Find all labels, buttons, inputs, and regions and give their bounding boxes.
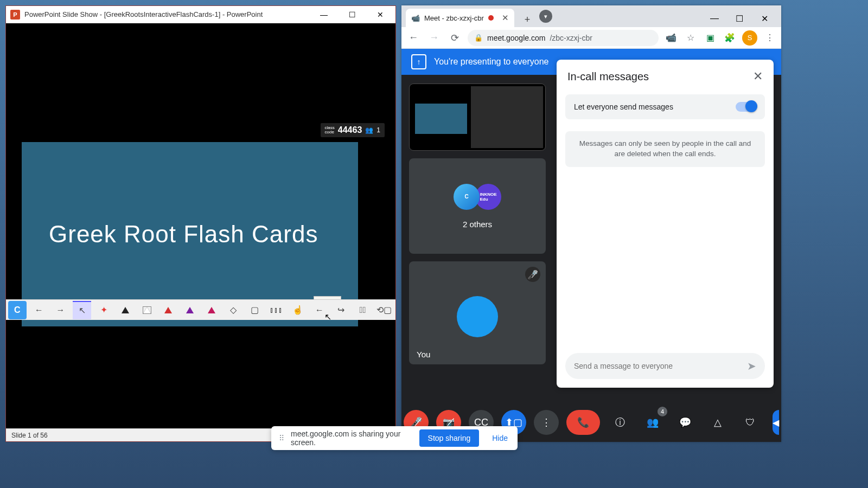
pen-black-tool[interactable] — [116, 301, 135, 319]
chat-input[interactable] — [574, 362, 742, 370]
hide-ink-tool[interactable]: 👁̸ — [354, 301, 372, 319]
drag-grip-icon[interactable]: ⠿ — [279, 434, 283, 442]
close-button[interactable]: ✕ — [369, 7, 391, 22]
self-tile[interactable]: 🎤̸ You — [409, 261, 546, 364]
others-tile[interactable]: C INKNOEEdu 2 others — [409, 158, 546, 254]
restart-tool[interactable]: ⟲▢ — [375, 301, 393, 319]
slide-counter: Slide 1 of 56 — [11, 432, 48, 439]
present-screen-icon: ↑ — [411, 54, 426, 69]
chat-button[interactable]: 💬 — [673, 410, 698, 435]
pointer-tool[interactable]: ↖ — [73, 301, 91, 319]
next-slide-button[interactable]: → — [52, 301, 70, 319]
chrome-window: 📹 Meet - zbc-xzxj-cbr ✕ + ▾ — ☐ ✕ ← → ⟳ … — [401, 5, 781, 442]
self-avatar-icon — [457, 296, 498, 337]
extension-icon[interactable]: ▣ — [703, 31, 717, 45]
classpoint-badge[interactable]: class code 44463 👥 1 — [321, 123, 385, 137]
whiteboard-tool[interactable]: ▢ — [246, 301, 264, 319]
current-slide: Greek Root Flash Cards — [22, 142, 358, 326]
reload-button[interactable]: ⟳ — [447, 30, 462, 46]
browser-tab-meet[interactable]: 📹 Meet - zbc-xzxj-cbr ✕ — [406, 9, 514, 27]
powerpoint-window: P PowerPoint Slide Show - [GreekRootsInt… — [5, 5, 396, 442]
tab-close-button[interactable]: ✕ — [502, 13, 509, 23]
class-code-label2: code — [325, 130, 335, 134]
slide-title: Greek Root Flash Cards — [49, 221, 318, 248]
chrome-profile-chip[interactable]: ▾ — [539, 10, 552, 23]
pen-pink-tool[interactable] — [202, 301, 221, 319]
send-icon[interactable]: ➤ — [747, 359, 756, 373]
leave-call-button[interactable]: 📞 — [566, 410, 600, 435]
others-count-label: 2 others — [463, 220, 492, 229]
more-options-button[interactable]: ⋮ — [534, 410, 559, 435]
new-tab-button[interactable]: + — [520, 12, 535, 27]
prev-slide-button[interactable]: ← — [30, 301, 48, 319]
chat-disclaimer: Messages can only be seen by people in t… — [565, 131, 765, 167]
chrome-tabstrip: 📹 Meet - zbc-xzxj-cbr ✕ + ▾ — ☐ ✕ — [401, 5, 781, 27]
laser-tool[interactable]: ✦ — [94, 301, 113, 319]
lock-icon[interactable]: 🔒 — [474, 34, 483, 42]
meet-favicon-icon: 📹 — [411, 14, 420, 22]
profile-avatar[interactable]: S — [742, 30, 757, 46]
meeting-info-button[interactable]: ⓘ — [608, 410, 633, 435]
powerpoint-app-icon: P — [10, 10, 20, 20]
expand-panel-button[interactable]: ◀ — [773, 410, 779, 435]
presentation-thumbnail — [412, 86, 543, 148]
bookmark-star-icon[interactable]: ☆ — [684, 31, 698, 45]
share-bar-text: meet.google.com is sharing your screen. — [291, 429, 412, 447]
pen-purple-tool[interactable] — [181, 301, 199, 319]
chrome-maximize-button[interactable]: ☐ — [727, 10, 752, 27]
meet-body: ↑ You're presenting to everyone C INKNOE… — [401, 49, 781, 442]
class-participant-count: 1 — [376, 126, 380, 134]
hide-share-bar-button[interactable]: Hide — [487, 429, 513, 447]
presentation-tile[interactable] — [409, 84, 546, 151]
forward-button: → — [426, 30, 442, 46]
chrome-close-button[interactable]: ✕ — [752, 10, 777, 27]
back-button[interactable]: ← — [406, 30, 421, 46]
presenting-banner-text: You're presenting to everyone — [434, 57, 549, 67]
stop-sharing-button[interactable]: Stop sharing — [419, 429, 480, 447]
people-button[interactable]: 👥4 — [640, 410, 665, 435]
let-everyone-send-toggle[interactable] — [736, 102, 756, 112]
let-everyone-send-toggle-row: Let everyone send messages — [565, 94, 765, 119]
extensions-puzzle-icon[interactable]: 🧩 — [723, 31, 737, 45]
url-host: meet.google.com — [487, 34, 545, 42]
class-code-value: 44463 — [338, 125, 362, 135]
classpoint-app-button[interactable]: C — [8, 301, 27, 319]
chrome-toolbar: ← → ⟳ 🔒 meet.google.com/zbc-xzxj-cbr 📹 ☆… — [401, 27, 781, 49]
minimize-button[interactable]: — — [313, 7, 335, 22]
pen-outline-tool[interactable] — [138, 301, 156, 319]
address-bar[interactable]: 🔒 meet.google.com/zbc-xzxj-cbr — [468, 30, 659, 46]
poll-tool[interactable]: ⫾⫾⫾ — [267, 301, 285, 319]
toggle-label: Let everyone send messages — [574, 102, 673, 111]
muted-mic-icon: 🎤̸ — [525, 267, 540, 282]
powerpoint-window-title: PowerPoint Slide Show - [GreekRootsInter… — [24, 10, 313, 18]
participant-avatar-icon: C — [454, 184, 480, 210]
people-count-badge: 4 — [658, 407, 667, 416]
screen-share-bar[interactable]: ⠿ meet.google.com is sharing your screen… — [271, 426, 518, 450]
back-tool[interactable]: ← — [310, 301, 329, 319]
people-icon: 👥 — [365, 126, 373, 134]
eraser-tool[interactable]: ◇ — [224, 301, 242, 319]
camera-permission-icon[interactable]: 📹 — [664, 31, 678, 45]
url-path: /zbc-xzxj-cbr — [550, 34, 592, 42]
slideshow-stage[interactable]: class code 44463 👥 1 Greek Root Flash Ca… — [6, 23, 395, 428]
self-label: You — [417, 350, 430, 359]
forward-tool[interactable]: ↪ — [332, 301, 350, 319]
pen-red-tool[interactable] — [159, 301, 177, 319]
chat-panel: In-call messages ✕ Let everyone send mes… — [557, 60, 774, 388]
chat-input-row: ➤ — [565, 353, 765, 379]
host-controls-button[interactable]: 🛡 — [738, 410, 763, 435]
chat-panel-title: In-call messages — [567, 70, 649, 83]
recording-indicator-icon — [488, 15, 494, 21]
activities-button[interactable]: △ — [705, 410, 730, 435]
chrome-menu-button[interactable]: ⋮ — [763, 31, 777, 45]
chrome-minimize-button[interactable]: — — [702, 10, 727, 27]
chat-panel-close-button[interactable]: ✕ — [753, 69, 763, 84]
powerpoint-titlebar[interactable]: P PowerPoint Slide Show - [GreekRootsInt… — [6, 6, 395, 23]
maximize-button[interactable]: ☐ — [341, 7, 363, 22]
tab-title: Meet - zbc-xzxj-cbr — [424, 14, 484, 22]
classpoint-toolbar: C ← → ↖ ✦ ◇ ▢ ⫾⫾⫾ ☝ ← ↪ 👁̸ ⟲▢ — [6, 299, 395, 320]
pick-name-tool[interactable]: ☝ — [289, 301, 307, 319]
